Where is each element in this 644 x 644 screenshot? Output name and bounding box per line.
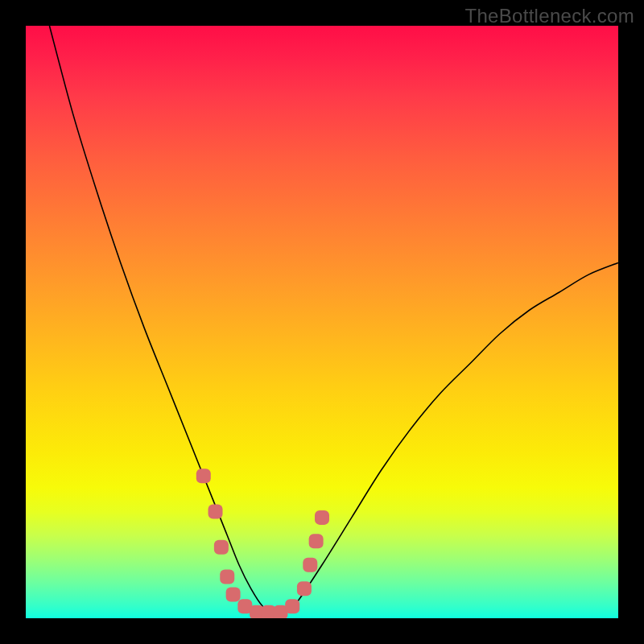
optimal-marker — [303, 558, 317, 572]
optimal-marker — [208, 505, 223, 519]
optimal-marker — [214, 540, 229, 555]
optimal-marker — [309, 534, 324, 548]
optimal-marker — [297, 581, 312, 596]
optimal-marker — [285, 599, 299, 613]
plot-area — [26, 26, 618, 618]
optimal-marker — [226, 588, 241, 602]
chart-frame: TheBottleneck.com — [0, 0, 644, 644]
optimal-marker — [315, 510, 329, 525]
optimal-markers — [26, 26, 618, 618]
optimal-marker — [220, 569, 234, 584]
watermark-text: TheBottleneck.com — [464, 5, 634, 27]
optimal-marker — [196, 469, 211, 483]
